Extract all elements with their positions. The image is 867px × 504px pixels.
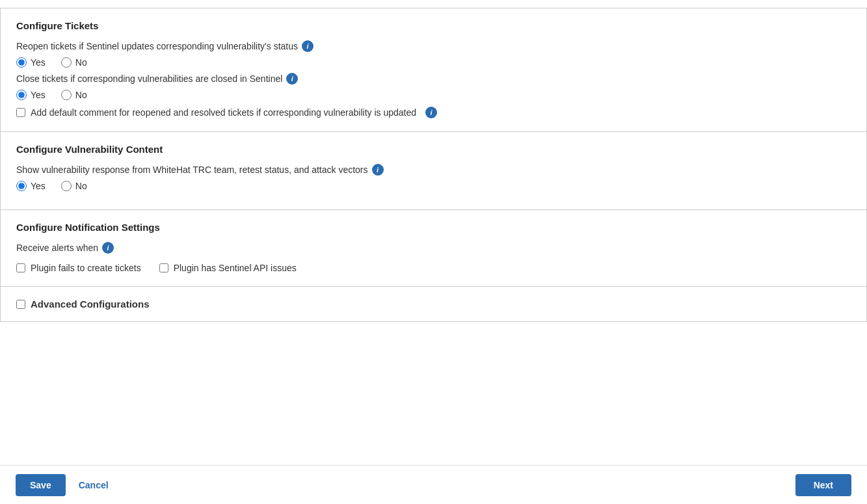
close-info-icon[interactable]: i — [286, 73, 298, 85]
configure-vulnerability-section: Configure Vulnerability Content Show vul… — [0, 132, 867, 210]
reopen-no-text: No — [75, 57, 87, 68]
plugin-api-row: Plugin has Sentinel API issues — [159, 263, 297, 273]
plugin-fails-label: Plugin fails to create tickets — [31, 263, 141, 273]
close-no-text: No — [75, 90, 87, 100]
show-no-radio[interactable] — [61, 181, 72, 191]
show-question-text: Show vulnerability response from WhiteHa… — [16, 165, 368, 175]
plugin-fails-checkbox[interactable] — [16, 263, 25, 272]
configure-notifications-section: Configure Notification Settings Receive … — [0, 210, 867, 287]
reopen-question-row: Reopen tickets if Sentinel updates corre… — [16, 40, 851, 52]
show-radio-row: Yes No — [16, 181, 851, 191]
add-comment-label: Add default comment for reopened and res… — [31, 107, 416, 118]
cancel-button[interactable]: Cancel — [76, 474, 111, 496]
advanced-configurations-text: Advanced Configurations — [31, 298, 150, 310]
configure-notifications-title: Configure Notification Settings — [16, 222, 851, 233]
close-no-label[interactable]: No — [61, 90, 87, 100]
add-comment-info-icon[interactable]: i — [425, 107, 437, 118]
plugin-api-label: Plugin has Sentinel API issues — [174, 263, 297, 273]
receive-alerts-row: Receive alerts when i — [16, 242, 851, 254]
show-question-row: Show vulnerability response from WhiteHa… — [16, 164, 851, 176]
show-yes-label[interactable]: Yes — [16, 181, 46, 191]
plugin-api-checkbox[interactable] — [159, 263, 168, 272]
save-button[interactable]: Save — [16, 474, 66, 496]
reopen-question-text: Reopen tickets if Sentinel updates corre… — [16, 41, 298, 51]
add-comment-checkbox[interactable] — [16, 108, 25, 117]
footer-bar: Save Cancel Next — [0, 465, 867, 504]
close-question-text: Close tickets if corresponding vulnerabi… — [16, 73, 282, 84]
show-yes-radio[interactable] — [16, 181, 27, 191]
main-content: Configure Tickets Reopen tickets if Sent… — [0, 0, 867, 465]
show-no-text: No — [75, 181, 87, 191]
show-yes-text: Yes — [31, 181, 46, 191]
reopen-radio-row: Yes No — [16, 57, 851, 68]
configure-vulnerability-title: Configure Vulnerability Content — [16, 144, 851, 155]
reopen-yes-text: Yes — [31, 57, 46, 68]
advanced-configurations-label[interactable]: Advanced Configurations — [16, 298, 851, 310]
advanced-section: Advanced Configurations — [0, 287, 867, 322]
close-no-radio[interactable] — [61, 90, 72, 100]
close-question-row: Close tickets if corresponding vulnerabi… — [16, 73, 851, 85]
reopen-info-icon[interactable]: i — [302, 40, 313, 52]
configure-tickets-title: Configure Tickets — [16, 20, 851, 31]
notification-checkboxes-row: Plugin fails to create tickets Plugin ha… — [16, 259, 851, 273]
add-comment-row: Add default comment for reopened and res… — [16, 107, 851, 118]
close-yes-text: Yes — [31, 90, 46, 100]
receive-alerts-info-icon[interactable]: i — [102, 242, 114, 254]
show-info-icon[interactable]: i — [372, 164, 384, 176]
reopen-no-radio[interactable] — [61, 57, 72, 68]
reopen-yes-radio[interactable] — [16, 57, 27, 68]
reopen-yes-label[interactable]: Yes — [16, 57, 46, 68]
close-yes-radio[interactable] — [16, 90, 27, 100]
next-button[interactable]: Next — [795, 474, 851, 496]
plugin-fails-row: Plugin fails to create tickets — [16, 263, 141, 273]
advanced-configurations-checkbox[interactable] — [16, 300, 25, 309]
close-yes-label[interactable]: Yes — [16, 90, 46, 100]
receive-alerts-text: Receive alerts when — [16, 243, 98, 253]
close-radio-row: Yes No — [16, 90, 851, 100]
reopen-no-label[interactable]: No — [61, 57, 87, 68]
show-no-label[interactable]: No — [61, 181, 87, 191]
configure-tickets-section: Configure Tickets Reopen tickets if Sent… — [0, 8, 867, 132]
footer-left: Save Cancel — [16, 474, 111, 496]
